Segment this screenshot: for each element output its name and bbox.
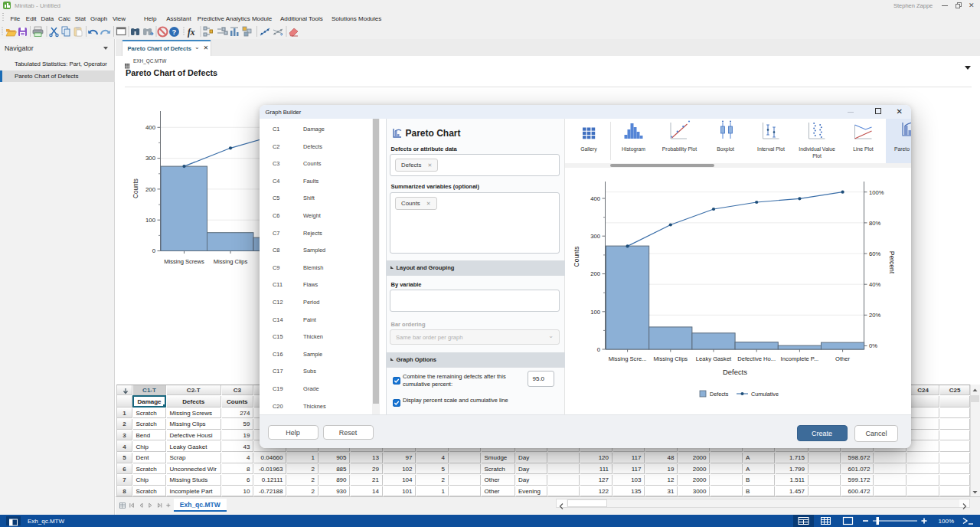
svg-text:Pareto: Pareto xyxy=(893,146,909,151)
svg-text:100: 100 xyxy=(145,217,156,224)
svg-text:0%: 0% xyxy=(869,342,877,349)
svg-text:Interval Plot: Interval Plot xyxy=(757,146,785,151)
svg-text:300: 300 xyxy=(145,155,156,162)
svg-text:Other: Other xyxy=(835,355,850,362)
svg-text:Gallery: Gallery xyxy=(580,146,597,152)
svg-text:Missing Screws: Missing Screws xyxy=(164,258,204,265)
svg-text:400: 400 xyxy=(145,124,156,131)
svg-text:100: 100 xyxy=(590,309,600,316)
svg-text:Missing Clips: Missing Clips xyxy=(214,258,248,265)
svg-text:0: 0 xyxy=(597,346,600,353)
svg-text:0: 0 xyxy=(152,247,156,254)
svg-text:Probability Plot: Probability Plot xyxy=(662,146,696,152)
svg-text:Histogram: Histogram xyxy=(622,146,645,152)
svg-text:fx: fx xyxy=(188,28,195,38)
svg-text:Individual Value: Individual Value xyxy=(799,146,835,151)
svg-text:20%: 20% xyxy=(869,312,880,319)
svg-text:Boxplot: Boxplot xyxy=(717,146,734,152)
svg-text:80%: 80% xyxy=(869,220,880,227)
svg-text:?: ? xyxy=(172,28,177,36)
svg-text:Defects: Defects xyxy=(723,368,747,376)
svg-text:Defective Ho...: Defective Ho... xyxy=(737,355,776,362)
svg-text:Cumulative: Cumulative xyxy=(751,391,779,398)
svg-text:300: 300 xyxy=(590,233,600,240)
svg-text:100%: 100% xyxy=(869,189,884,196)
svg-text:Defects: Defects xyxy=(710,391,729,398)
svg-text:Incomplete P...: Incomplete P... xyxy=(781,355,819,362)
svg-text:100%: 100% xyxy=(939,518,954,525)
svg-text:Leaky Gasket: Leaky Gasket xyxy=(696,355,732,362)
svg-text:200: 200 xyxy=(145,186,156,193)
svg-text:Counts: Counts xyxy=(132,178,139,198)
svg-text:400: 400 xyxy=(590,195,600,202)
svg-text:Missing Scre...: Missing Scre... xyxy=(609,355,647,362)
svg-text:Percent: Percent xyxy=(888,251,896,274)
svg-text:60%: 60% xyxy=(869,250,880,257)
svg-text:Line Plot: Line Plot xyxy=(853,146,874,151)
svg-text:Missing Clips: Missing Clips xyxy=(653,355,688,362)
svg-text:Counts: Counts xyxy=(573,247,580,267)
svg-text:Plot: Plot xyxy=(812,152,822,158)
svg-text:40%: 40% xyxy=(869,281,880,288)
svg-text:200: 200 xyxy=(590,270,600,277)
